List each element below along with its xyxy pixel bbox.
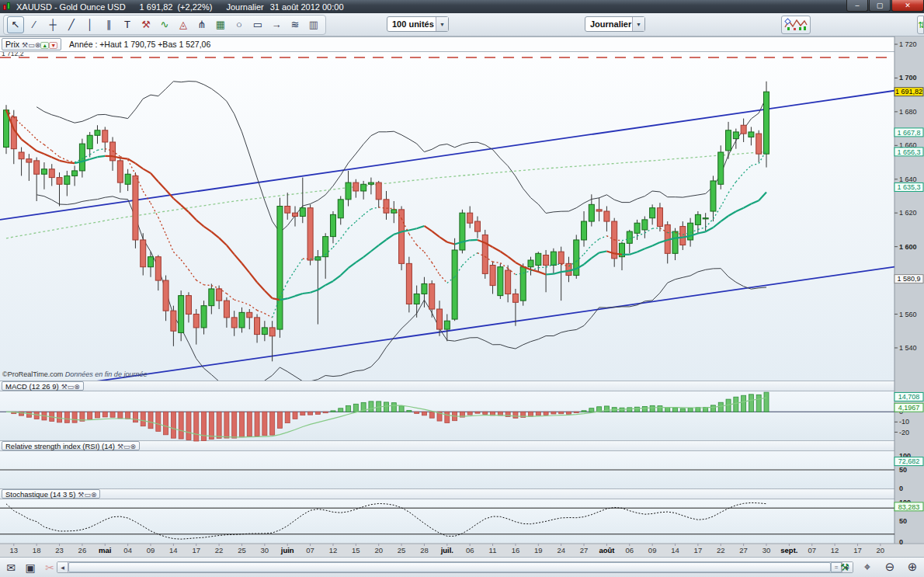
candle (642, 220, 648, 230)
candle (361, 184, 366, 191)
tool-oblique-line-icon[interactable]: ╱ (63, 16, 80, 33)
candle (688, 223, 693, 240)
candle (520, 267, 526, 301)
candle (406, 263, 412, 304)
zoom-fit-icon[interactable]: ⌖ (857, 559, 877, 575)
macd-histogram-bar (688, 408, 693, 412)
candle (536, 253, 541, 265)
title-datetime: 31 août 2012 00:00 (270, 2, 344, 12)
tool-settings-wrench-icon[interactable]: ⚒ (137, 16, 155, 33)
timeframe-dropdown[interactable]: Journalier ▼ (585, 16, 645, 32)
x-axis-label: 25 (238, 546, 246, 554)
price-tick-label: 1 620 (899, 209, 917, 217)
chevron-down-icon[interactable]: ▼ (436, 17, 448, 31)
macd-histogram-bar (749, 395, 753, 412)
macd-tick-label: -20 (899, 429, 909, 436)
tool-fan-lines-g-icon[interactable]: ≋ (287, 16, 304, 33)
candle (498, 267, 503, 296)
chart-style-button[interactable] (781, 16, 811, 34)
macd-histogram-bar (72, 412, 77, 422)
chart-settings-icon[interactable]: ⚒ (835, 559, 855, 575)
macd-histogram-bar (475, 412, 480, 413)
x-axis-label: 14 (169, 546, 178, 554)
print-icon[interactable]: ▣ (22, 560, 39, 575)
indicator-line-segment (676, 238, 683, 238)
x-axis-label: 04 (123, 546, 132, 554)
x-axis-label: 19 (534, 546, 543, 554)
tool-fibonacci-fan-icon[interactable]: ⋔ (193, 16, 210, 33)
candle (596, 210, 602, 211)
statusbar-left-icons: ✉▣✂ (0, 560, 58, 575)
candle (19, 152, 24, 159)
tool-ellipse-select-icon[interactable]: ○ (231, 16, 248, 33)
candle (193, 315, 199, 328)
tool-zigzag-indicator-icon[interactable]: ∿ (156, 16, 173, 33)
candle (627, 231, 632, 243)
macd-histogram-bar (445, 412, 450, 422)
macd-histogram-bar (118, 412, 123, 418)
zoom-out-icon[interactable]: ⊖ (880, 559, 900, 575)
candle (703, 218, 708, 219)
macd-histogram-bar (133, 412, 137, 422)
candle (346, 182, 351, 200)
macd-histogram-bar (529, 412, 533, 416)
candle (749, 132, 754, 137)
axis-badge: 83,283 (898, 503, 920, 511)
macd-histogram-bar (300, 412, 305, 415)
candle (376, 182, 381, 200)
macd-histogram-bar (323, 412, 328, 412)
macd-histogram-bar (26, 412, 31, 417)
candle (231, 318, 237, 328)
tool-parallel-lines-icon[interactable]: ∥ (100, 16, 117, 33)
scrollbar-thumb[interactable] (68, 562, 831, 572)
maximize-button[interactable]: ▢ (869, 0, 891, 12)
chevron-down-icon[interactable]: ▼ (632, 17, 644, 31)
tool-trash-icon[interactable]: ▥ (305, 16, 322, 33)
tool-vertical-line-icon[interactable]: │ (82, 16, 99, 33)
macd-histogram-bar (399, 406, 404, 412)
macd-histogram-bar (202, 412, 207, 440)
statusbar-zoom-icons: ⚒⌖⊖⊕ (832, 559, 922, 575)
mail-icon[interactable]: ✉ (2, 560, 19, 575)
close-button[interactable]: ✕ (891, 0, 924, 12)
chart-canvas[interactable]: 1 712,2©ProRealTime.com Données en fin d… (0, 36, 924, 557)
candle (247, 312, 252, 318)
x-axis-label: 27 (580, 546, 589, 554)
candle (300, 208, 305, 217)
macd-histogram-bar (308, 412, 313, 415)
scroll-left-icon[interactable]: ◀ (57, 562, 68, 572)
candle (323, 237, 328, 257)
tool-horizontal-line-icon[interactable]: ┼ (44, 16, 61, 33)
x-axis-label: 22 (717, 546, 725, 554)
candle (551, 252, 556, 265)
macd-histogram-bar (339, 408, 343, 412)
candle (330, 214, 335, 236)
tool-chart-edit-icon[interactable]: ▦ (212, 16, 229, 33)
tool-rectangle-select-icon[interactable]: ▭ (249, 16, 266, 33)
chart-pattern-icon (784, 18, 808, 32)
macd-histogram-bar (513, 412, 518, 418)
x-axis-label: 20 (374, 546, 383, 554)
tool-arrow-icon[interactable]: → (268, 16, 285, 33)
timeframe-value: Journalier (590, 19, 631, 29)
macd-histogram-bar (734, 397, 738, 412)
macd-histogram-bar (285, 412, 290, 422)
units-dropdown[interactable]: 100 unités ▼ (387, 16, 449, 32)
candle (589, 204, 594, 221)
horizontal-scrollbar[interactable]: ◀ = ▶ (57, 561, 853, 573)
tool-pattern-triangle-icon[interactable]: ◬ (175, 16, 192, 33)
candle (444, 321, 450, 329)
x-axis-label: 12 (831, 546, 839, 554)
candle (422, 283, 427, 294)
minimize-button[interactable]: – (846, 0, 868, 12)
macd-histogram-bar (164, 412, 168, 435)
candle (566, 263, 571, 275)
tool-text-icon[interactable]: T (119, 16, 136, 33)
x-axis-label: 20 (877, 546, 885, 554)
macd-tick-label: -10 (899, 418, 909, 426)
x-axis-label: 07 (808, 546, 816, 554)
tool-segment-icon[interactable]: ∕ (26, 16, 43, 33)
orders-clipped-icon[interactable]: ⇅ (917, 16, 924, 34)
tool-cursor-icon[interactable]: ↖ (7, 16, 24, 33)
zoom-in-icon[interactable]: ⊕ (902, 559, 922, 575)
